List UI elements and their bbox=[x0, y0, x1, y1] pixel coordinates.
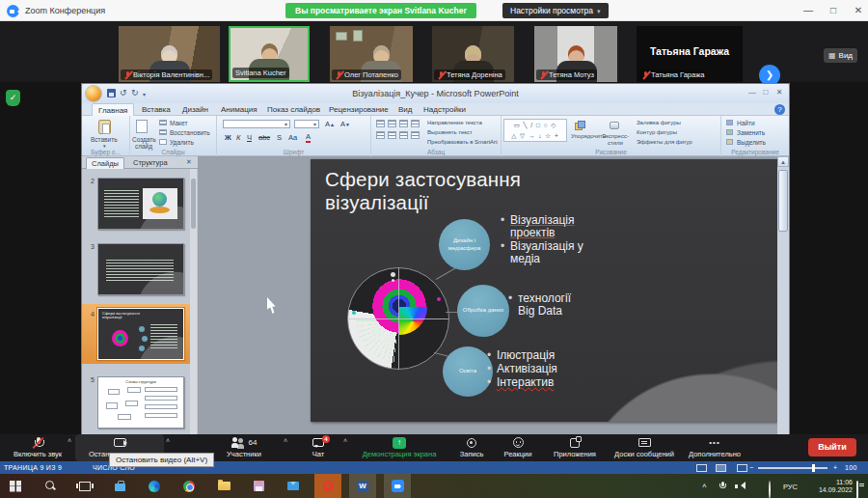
app-button[interactable] bbox=[245, 474, 272, 498]
mail-button[interactable] bbox=[280, 474, 307, 498]
convert-smartart-button[interactable]: Преобразовать в SmartArt bbox=[427, 139, 498, 145]
tab-slides-thumbnails[interactable]: Слайды bbox=[86, 157, 124, 169]
leave-button[interactable]: Выйти bbox=[808, 438, 856, 456]
shrink-font-button[interactable]: А▼ bbox=[340, 120, 350, 128]
next-participants-button[interactable]: ❯ bbox=[759, 65, 780, 86]
tab-insert[interactable]: Вставка bbox=[136, 103, 176, 116]
ppt-titlebar[interactable]: ↺ ↻ ▾ Візуалізація_Кучер - Microsoft Pow… bbox=[82, 84, 789, 103]
tab-animation[interactable]: Анимация bbox=[215, 103, 263, 116]
participant-video[interactable]: Тетяна Мотуз bbox=[534, 26, 617, 82]
align-text-button[interactable]: Выровнять текст bbox=[427, 129, 473, 135]
edge-button[interactable] bbox=[141, 474, 168, 498]
help-button[interactable]: ? bbox=[774, 104, 785, 115]
file-explorer-button[interactable] bbox=[210, 474, 237, 498]
scroll-thumb[interactable] bbox=[778, 170, 788, 232]
bullets-icon[interactable] bbox=[376, 120, 385, 127]
tab-design[interactable]: Дизайн bbox=[176, 103, 214, 116]
participant-video[interactable]: Тетяна Дореніна bbox=[432, 26, 514, 82]
tab-slideshow[interactable]: Показ слайдов bbox=[261, 103, 326, 116]
strikethrough-button[interactable]: abc bbox=[258, 133, 270, 142]
align-right-icon[interactable] bbox=[399, 131, 408, 139]
unmute-button[interactable]: Включить звук bbox=[6, 434, 69, 461]
align-center-icon[interactable] bbox=[388, 131, 396, 139]
shape-fill-button[interactable]: Заливка фигуры bbox=[637, 120, 681, 125]
zoom-in-button[interactable]: + bbox=[833, 464, 837, 471]
participant-tile-no-video[interactable]: Татьяна Гаража Татьяна Гаража bbox=[637, 26, 743, 82]
paste-button[interactable]: Вставить bbox=[91, 136, 118, 143]
zoom-out-button[interactable]: − bbox=[749, 464, 753, 471]
task-view-button[interactable] bbox=[71, 474, 98, 498]
bold-button[interactable]: Ж bbox=[225, 133, 231, 142]
bullet-list-design[interactable]: Візуалізація проектів Візуалізація у мед… bbox=[500, 214, 602, 266]
text-direction-button[interactable]: Направление текста bbox=[427, 120, 482, 125]
language-indicator[interactable]: РУС bbox=[783, 483, 798, 491]
participant-video[interactable]: Олег Потапенко bbox=[330, 26, 413, 82]
participants-button[interactable]: 64 Участники bbox=[206, 434, 282, 461]
zoom-taskbar-button-active[interactable] bbox=[384, 474, 411, 498]
quick-styles-button[interactable]: Экспресс-стили bbox=[602, 133, 629, 146]
change-case-button[interactable]: Аа bbox=[288, 133, 297, 142]
store-button[interactable] bbox=[106, 474, 133, 498]
web-layout-icon[interactable] bbox=[737, 464, 747, 472]
shadow-button[interactable]: S bbox=[277, 133, 282, 142]
tab-view[interactable]: Вид bbox=[393, 103, 418, 116]
bubble-design-media[interactable]: Дизайн і медіасфера bbox=[439, 219, 490, 270]
view-settings-button[interactable]: Настройки просмотра▾ bbox=[502, 3, 609, 18]
slide-title[interactable]: Сфери застосування візуалізації bbox=[325, 168, 566, 214]
ppt-close-button[interactable]: ✕ bbox=[773, 88, 786, 97]
tray-expand-caret[interactable]: ˄ bbox=[702, 482, 707, 490]
more-button[interactable]: ••• Дополнительно bbox=[685, 434, 745, 461]
slide-scrollbar[interactable]: ▲ bbox=[777, 156, 789, 434]
scroll-up-icon[interactable]: ▲ bbox=[777, 156, 789, 167]
chrome-button[interactable] bbox=[176, 474, 203, 498]
align-left-icon[interactable] bbox=[376, 131, 385, 139]
bullet-list-data[interactable]: технології Big Data bbox=[507, 292, 584, 318]
shapes-gallery[interactable]: ▭ ╲ / □ ○ ◇△ ▽ → ↓ ☆ + bbox=[503, 119, 567, 142]
font-name-box[interactable]: ▾ bbox=[223, 120, 290, 128]
meeting-security-shield-icon[interactable]: ✓ bbox=[6, 90, 20, 106]
read-mode-icon[interactable] bbox=[696, 464, 707, 472]
arrange-button[interactable]: Упорядочить bbox=[571, 133, 600, 140]
bubble-data-processing[interactable]: Обробка даних bbox=[457, 285, 509, 337]
ppt-restore-button[interactable]: □ bbox=[759, 88, 773, 97]
select-button[interactable]: Выделить bbox=[737, 139, 766, 146]
sunburst-chart-image[interactable] bbox=[347, 267, 449, 370]
whiteboards-button[interactable]: Доски сообщений bbox=[608, 434, 681, 461]
tray-clock[interactable]: 11:06 14.09.2022 bbox=[806, 479, 853, 494]
tab-review[interactable]: Рецензирование bbox=[323, 103, 394, 116]
underline-button[interactable]: Ч bbox=[247, 133, 252, 142]
delete-button[interactable]: Удалить bbox=[170, 139, 194, 146]
share-screen-button[interactable]: ↑ Демонстрация экрана bbox=[351, 434, 448, 461]
reactions-button[interactable]: Реакции bbox=[496, 434, 540, 461]
numbering-icon[interactable] bbox=[388, 120, 396, 127]
chat-button[interactable]: 4 Чат bbox=[295, 434, 341, 461]
bullet-list-education[interactable]: Ілюстрація Активізація Інтерактив bbox=[486, 349, 602, 390]
line-spacing-icon[interactable] bbox=[411, 120, 420, 127]
video-options-caret[interactable]: ˄ bbox=[166, 437, 170, 444]
taskbar-search-button[interactable] bbox=[37, 474, 64, 498]
ppt-minimize-button[interactable]: — bbox=[746, 88, 759, 97]
page-info[interactable]: ТРАНИЦА 9 ИЗ 9 bbox=[4, 464, 62, 471]
start-button[interactable] bbox=[2, 474, 29, 498]
zoom-slider[interactable] bbox=[758, 467, 827, 469]
slide-thumbnail-2[interactable] bbox=[97, 178, 184, 230]
grow-font-button[interactable]: А▲ bbox=[325, 120, 335, 128]
shape-effects-button[interactable]: Эффекты для фигур bbox=[637, 139, 692, 145]
replace-button[interactable]: Заменить bbox=[737, 129, 765, 136]
italic-button[interactable]: К bbox=[236, 133, 240, 142]
slide-thumbnail-4-selected[interactable]: Сфери застосування візуалізації bbox=[97, 308, 184, 360]
zoom-level[interactable]: 100 bbox=[845, 464, 857, 471]
indent-icon[interactable] bbox=[399, 120, 408, 127]
slide-thumbnail-5[interactable]: Схема структури bbox=[97, 376, 184, 429]
pane-scrollbar[interactable] bbox=[190, 169, 197, 434]
layout-button[interactable]: Макет bbox=[170, 120, 187, 126]
shape-outline-button[interactable]: Контур фигуры bbox=[637, 129, 677, 135]
tab-outline[interactable]: Структура bbox=[128, 157, 173, 169]
columns-icon[interactable] bbox=[411, 131, 420, 139]
participant-video-active-speaker[interactable]: Svitlana Kucher bbox=[229, 26, 310, 82]
tab-addins[interactable]: Надстройки bbox=[418, 103, 472, 116]
close-button[interactable]: ✕ bbox=[851, 3, 866, 18]
tray-app-icon[interactable] bbox=[769, 482, 771, 498]
zoom-slider-thumb[interactable] bbox=[812, 464, 815, 472]
reset-button[interactable]: Восстановить bbox=[170, 129, 210, 136]
